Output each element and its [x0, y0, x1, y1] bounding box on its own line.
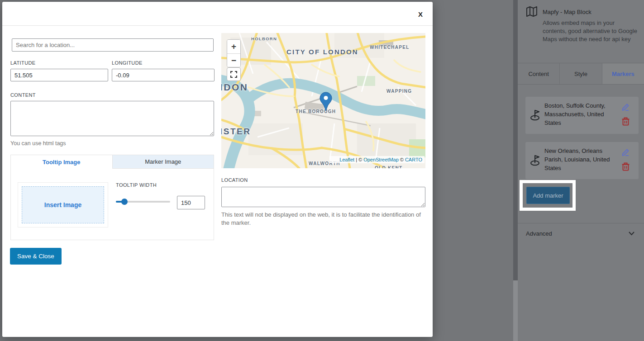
editor-page: Mapfy - Map Block Allows embed maps in y…: [0, 0, 644, 341]
marker-item-label: New Orleans, Orleans Parish, Louisiana, …: [544, 147, 613, 172]
marker-list-item[interactable]: New Orleans, Orleans Parish, Louisiana, …: [525, 142, 639, 179]
tooltip-width-label: TOOLTIP WIDTH: [116, 182, 157, 188]
latitude-label: LATITUDE: [10, 60, 36, 66]
map-marker-pin[interactable]: [320, 92, 332, 111]
tab-marker-image[interactable]: Marker Image: [113, 155, 214, 169]
edit-marker-icon[interactable]: [621, 103, 630, 111]
map-label-westminster-clipped: ISTER: [221, 127, 251, 137]
tab-style[interactable]: Style: [560, 63, 602, 84]
content-textarea[interactable]: [10, 101, 214, 136]
edit-marker-modal: X LATITUDE LONGITUDE CONTENT You can use…: [2, 2, 433, 337]
zoom-in-button[interactable]: +: [227, 40, 240, 53]
tooltip-width-slider[interactable]: [116, 198, 170, 205]
close-icon[interactable]: X: [415, 9, 425, 19]
search-input[interactable]: [12, 38, 214, 52]
slider-thumb[interactable]: [121, 199, 128, 205]
advanced-label: Advanced: [526, 230, 552, 237]
map-label-old-kent: OLD KENT: [375, 166, 403, 168]
tooltip-width-field[interactable]: [177, 196, 205, 209]
tab-tooltip-image[interactable]: Tooltip Image: [11, 155, 113, 169]
save-close-button[interactable]: Save & Close: [10, 248, 62, 265]
map-label-whitechapel: WHITECHAPEL: [370, 45, 410, 50]
fullscreen-icon: [230, 71, 237, 78]
sidebar-tabs: Content Style Markers: [518, 63, 644, 85]
edit-marker-icon[interactable]: [621, 148, 630, 156]
zoom-out-button[interactable]: −: [227, 53, 240, 67]
tab-markers[interactable]: Markers: [602, 63, 644, 84]
longitude-label: LONGITUDE: [112, 60, 143, 66]
editor-scrollbar-thumb[interactable]: [513, 0, 518, 280]
block-description: Allows embed maps in your contents, good…: [543, 19, 639, 43]
flag-pin-icon: [530, 154, 542, 166]
leaflet-map[interactable]: HOLBORN CITY OF LONDON WHITECHAPEL IDON …: [221, 33, 425, 168]
map-label-city-of-london: CITY OF LONDON: [286, 48, 358, 56]
location-textarea[interactable]: [221, 187, 425, 207]
marker-list-item[interactable]: Boston, Suffolk County, Massachusetts, U…: [525, 97, 639, 134]
attribution-separator: |: [356, 157, 357, 162]
map-label-holborn: HOLBORN: [251, 36, 277, 41]
add-marker-button[interactable]: Add marker: [526, 187, 570, 204]
marker-item-label: Boston, Suffolk County, Massachusetts, U…: [544, 101, 613, 127]
block-title: Mapfy - Map Block: [543, 9, 592, 15]
zoom-control: + −: [227, 39, 241, 67]
tab-content[interactable]: Content: [518, 63, 560, 84]
delete-marker-icon[interactable]: [621, 161, 630, 171]
longitude-field[interactable]: [112, 69, 215, 81]
copyright-symbol: ©: [400, 157, 404, 162]
latitude-field[interactable]: [10, 69, 108, 81]
carto-link[interactable]: CARTO: [405, 157, 422, 162]
content-label: CONTENT: [10, 92, 36, 98]
flag-pin-icon: [530, 109, 542, 121]
chevron-down-icon: [628, 231, 635, 236]
map-block-icon: [525, 5, 538, 18]
modal-header-divider: [2, 25, 433, 26]
delete-marker-icon[interactable]: [621, 116, 630, 126]
leaflet-link[interactable]: Leaflet: [339, 157, 354, 162]
fullscreen-button[interactable]: [227, 67, 241, 81]
location-helper: This text will not be displayed on the w…: [221, 211, 424, 227]
block-sidebar: Mapfy - Map Block Allows embed maps in y…: [518, 0, 644, 341]
copyright-symbol: ©: [358, 157, 362, 162]
openstreetmap-link[interactable]: OpenStreetMap: [363, 157, 399, 162]
ukraine-flag-icon: [332, 158, 337, 161]
map-attribution: Leaflet | © OpenStreetMap © CARTO: [329, 156, 425, 163]
location-label: LOCATION: [221, 177, 248, 183]
map-label-london-clipped: IDON: [221, 82, 248, 93]
map-label-wapping: WAPPING: [386, 89, 412, 94]
content-hint: You can use html tags: [10, 140, 66, 147]
advanced-panel-toggle[interactable]: Advanced: [518, 223, 644, 244]
insert-image-button[interactable]: Insert Image: [22, 186, 104, 223]
